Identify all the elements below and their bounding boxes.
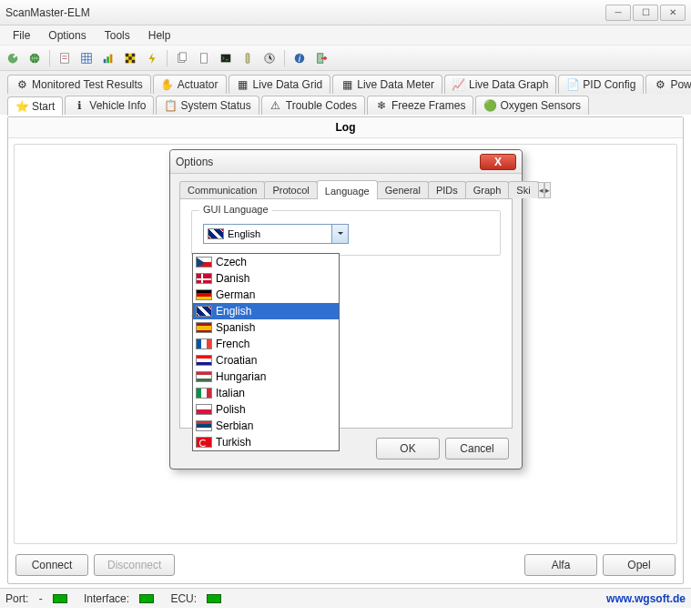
close-button[interactable]: ✕ <box>660 5 686 21</box>
tab-live-data-grid[interactable]: ▦Live Data Grid <box>229 75 331 94</box>
gui-language-group: GUI Language English <box>191 210 501 256</box>
menu-options[interactable]: Options <box>39 27 95 44</box>
toolbar-wrench-icon[interactable] <box>4 49 22 67</box>
status-interface: Interface: <box>84 592 154 605</box>
language-combobox[interactable]: English <box>203 224 349 244</box>
language-option-polish[interactable]: Polish <box>193 401 339 418</box>
disconnect-button[interactable]: Disconnect <box>94 554 175 576</box>
tab-live-data-meter[interactable]: ▦Live Data Meter <box>332 75 442 94</box>
tab-label: Start <box>32 100 55 113</box>
dialog-tab-pids[interactable]: PIDs <box>428 181 466 198</box>
toolbar-clock-icon[interactable] <box>260 49 279 67</box>
dialog-tab-language[interactable]: Language <box>317 180 378 199</box>
toolbar-info-icon[interactable]: i <box>290 49 309 67</box>
dialog-tab-skin-partial[interactable]: Ski <box>508 181 538 198</box>
svg-rect-15 <box>179 52 186 60</box>
svg-rect-11 <box>128 56 132 60</box>
tab-monitored-test-results[interactable]: ⚙Monitored Test Results <box>7 75 151 94</box>
tab-trouble-codes[interactable]: ⚠Trouble Codes <box>261 96 365 115</box>
svg-rect-16 <box>201 53 208 63</box>
alfa-button[interactable]: Alfa <box>524 554 597 576</box>
toolbar-terminal-icon[interactable] <box>217 49 235 67</box>
toolbar-copy-icon[interactable] <box>173 49 191 67</box>
language-option-german[interactable]: German <box>193 287 339 303</box>
tab-vehicle-info[interactable]: ℹVehicle Info <box>65 96 154 115</box>
toolbar-exit-icon[interactable] <box>312 49 330 67</box>
language-option-turkish[interactable]: Turkish <box>193 434 339 450</box>
svg-rect-4 <box>82 53 92 63</box>
language-option-danish[interactable]: Danish <box>193 270 339 287</box>
language-option-serbian[interactable]: Serbian <box>193 418 339 434</box>
tab-live-data-graph[interactable]: 📈Live Data Graph <box>444 75 556 94</box>
toolbar-report-icon[interactable] <box>56 49 74 67</box>
maximize-button[interactable]: ☐ <box>633 5 658 21</box>
toolbar-lightning-icon[interactable] <box>143 49 161 67</box>
dialog-tab-communication[interactable]: Communication <box>179 181 265 198</box>
toolbar-globe-icon[interactable] <box>25 49 44 67</box>
connect-button[interactable]: Connect <box>15 554 88 576</box>
language-option-czech[interactable]: Czech <box>193 254 339 270</box>
tab-pid-config[interactable]: 📄PID Config <box>558 75 644 94</box>
tab-freeze-frames[interactable]: ❄Freeze Frames <box>367 96 473 115</box>
language-option-french[interactable]: French <box>193 336 339 352</box>
svg-rect-7 <box>110 54 113 63</box>
minimize-button[interactable]: ─ <box>605 5 631 21</box>
dialog-close-button[interactable]: X <box>480 154 516 170</box>
svg-rect-12 <box>126 59 129 63</box>
toolbar-separator <box>167 50 168 66</box>
status-iface-label: Interface: <box>84 592 129 605</box>
svg-rect-6 <box>107 56 109 63</box>
dialog-tab-protocol[interactable]: Protocol <box>264 181 317 198</box>
tab-system-status[interactable]: 📋System Status <box>156 96 259 115</box>
toolbar-doc-icon[interactable] <box>195 49 213 67</box>
window-controls: ─ ☐ ✕ <box>605 5 686 21</box>
language-option-label: Danish <box>216 272 249 285</box>
warning-icon: ⚠ <box>269 99 282 112</box>
svg-rect-9 <box>126 53 129 56</box>
toolbar-grid-icon[interactable] <box>77 49 96 67</box>
toolbar-separator <box>49 50 50 66</box>
language-option-label: English <box>216 305 251 318</box>
uk-flag-icon <box>208 228 224 239</box>
ok-button[interactable]: OK <box>376 438 440 459</box>
dialog-tab-general[interactable]: General <box>377 181 429 198</box>
cancel-button[interactable]: Cancel <box>445 438 509 459</box>
gui-language-label: GUI Language <box>199 204 272 215</box>
status-bar: Port: - Interface: ECU: www.wgsoft.de <box>0 588 691 608</box>
toolbar-flag-icon[interactable] <box>121 49 139 67</box>
dialog-tab-graph[interactable]: Graph <box>465 181 510 198</box>
toolbar-separator <box>284 50 285 66</box>
status-port-label: Port: <box>5 592 28 605</box>
bottom-button-row: Connect Disconnect Alfa Opel <box>15 554 676 576</box>
menu-tools[interactable]: Tools <box>96 27 139 44</box>
es-flag-icon <box>196 322 212 333</box>
tab-oxygen-sensors[interactable]: 🟢Oxygen Sensors <box>475 96 589 115</box>
window-titlebar: ScanMaster-ELM ─ ☐ ✕ <box>0 0 691 25</box>
dialog-tab-scroll-right[interactable]: ▸ <box>544 182 551 198</box>
language-option-label: Turkish <box>216 436 251 449</box>
toolbar-device-icon[interactable] <box>239 49 257 67</box>
menu-help[interactable]: Help <box>139 27 180 44</box>
de-flag-icon <box>196 289 212 300</box>
dialog-titlebar[interactable]: Options X <box>170 150 522 174</box>
tab-actuator[interactable]: ✋Actuator <box>153 75 227 94</box>
language-option-italian[interactable]: Italian <box>193 385 339 401</box>
language-option-croatian[interactable]: Croatian <box>193 352 339 369</box>
dialog-tab-scroll-left[interactable]: ◂ <box>538 182 544 198</box>
toolbar-chart-icon[interactable] <box>99 49 117 67</box>
language-dropdown-list[interactable]: CzechDanishGermanEnglishSpanishFrenchCro… <box>192 253 340 451</box>
opel-button[interactable]: Opel <box>603 554 676 576</box>
gear-icon: ⚙ <box>15 78 28 91</box>
tab-label: Actuator <box>178 78 218 91</box>
status-url-link[interactable]: www.wgsoft.de <box>606 592 686 605</box>
toolbar: i <box>0 45 691 71</box>
language-option-spanish[interactable]: Spanish <box>193 319 339 336</box>
tab-power[interactable]: ⚙Power <box>645 75 691 94</box>
tab-start[interactable]: ⭐Start <box>7 96 63 116</box>
star-icon: ⭐ <box>15 100 28 113</box>
language-option-label: French <box>216 338 249 350</box>
language-option-english[interactable]: English <box>193 303 339 319</box>
menu-file[interactable]: File <box>4 27 39 44</box>
language-option-hungarian[interactable]: Hungarian <box>193 369 339 385</box>
port-led-icon <box>53 594 67 603</box>
